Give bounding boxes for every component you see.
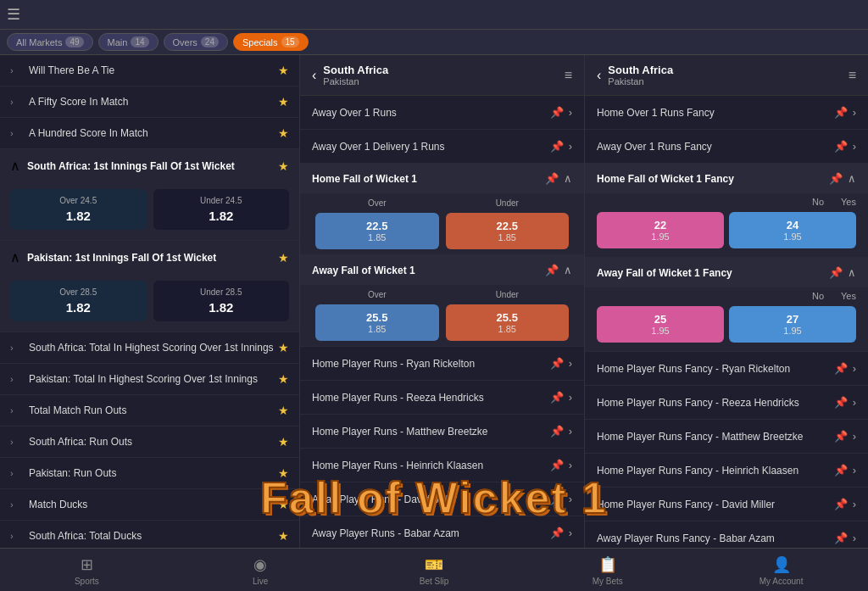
pin-icon[interactable]: 📌	[545, 264, 559, 276]
star-icon[interactable]: ★	[278, 126, 289, 140]
over-btn[interactable]: 25.5 1.85	[315, 304, 439, 341]
pin-icon[interactable]: 📌	[834, 430, 848, 443]
market-item-6[interactable]: › Pakistan: Total In Highest Scoring Ove…	[0, 364, 299, 395]
odds-over[interactable]: Over 28.5 1.82	[10, 281, 147, 321]
expand-icon[interactable]: ›	[853, 362, 856, 375]
expand-icon[interactable]: ›	[569, 357, 572, 370]
expand-icon[interactable]: ›	[569, 459, 572, 471]
filter-chip-all-markets[interactable]: All Markets49	[7, 33, 93, 51]
back-icon[interactable]: ‹	[312, 68, 316, 83]
right-fancy-item-7[interactable]: Home Player Runs Fancy - Heinrich Klaase…	[585, 454, 868, 488]
expand-icon[interactable]: ›	[569, 493, 572, 505]
bottom-nav-item-sports[interactable]: ⊞ Sports	[0, 549, 174, 591]
odds-under[interactable]: Under 24.5 1.82	[153, 189, 290, 230]
right-fancy-item-4[interactable]: Home Player Runs Fancy - Ryan Rickelton …	[585, 352, 868, 386]
market-expanded-header-3[interactable]: ∧ South Africa: 1st Innings Fall Of 1st …	[0, 149, 299, 182]
pin-icon[interactable]: 📌	[550, 357, 564, 370]
right-expanded-header-3[interactable]: Away Fall of Wicket 1 Fancy 📌 ∧	[585, 258, 868, 287]
expand-icon[interactable]: ›	[569, 106, 572, 119]
expand-icon[interactable]: ›	[569, 140, 572, 153]
right-fancy-item-5[interactable]: Home Player Runs Fancy - Reeza Hendricks…	[585, 386, 868, 420]
pin-icon[interactable]: 📌	[834, 362, 848, 375]
market-item-2[interactable]: › A Hundred Score In Match ★	[0, 118, 299, 149]
pin-icon[interactable]: 📌	[550, 391, 564, 404]
market-item-5[interactable]: › South Africa: Total In Highest Scoring…	[0, 332, 299, 364]
filter-chip-overs[interactable]: Overs24	[164, 33, 228, 51]
market-item-0[interactable]: › Will There Be A Tie ★	[0, 55, 299, 86]
fancy-item-6[interactable]: Home Player Runs - Matthew Breetzke 📌 ›	[300, 415, 584, 449]
expand-icon[interactable]: ›	[853, 140, 856, 153]
yes-btn[interactable]: 24 1.95	[729, 212, 856, 248]
no-btn[interactable]: 25 1.95	[597, 306, 724, 343]
fancy-expanded-header-3[interactable]: Away Fall of Wicket 1 📌 ∧	[300, 255, 584, 285]
market-item-9[interactable]: › Pakistan: Run Outs ★	[0, 458, 299, 489]
over-btn[interactable]: 22.5 1.85	[315, 213, 439, 249]
pin-icon[interactable]: 📌	[550, 527, 564, 539]
under-btn[interactable]: 22.5 1.85	[446, 213, 570, 249]
market-item-11[interactable]: › South Africa: Total Ducks ★	[0, 521, 299, 548]
star-icon[interactable]: ★	[278, 466, 289, 480]
pin-icon[interactable]: 📌	[545, 172, 559, 185]
market-item-10[interactable]: › Match Ducks ★	[0, 489, 299, 521]
pin-icon[interactable]: 📌	[834, 140, 848, 153]
right-fancy-item-9[interactable]: Away Player Runs Fancy - Babar Azam 📌 ›	[585, 521, 868, 548]
pin-icon[interactable]: 📌	[834, 498, 848, 510]
expand-icon[interactable]: ∧	[564, 264, 572, 276]
fancy-item-5[interactable]: Home Player Runs - Reeza Hendricks 📌 ›	[300, 381, 584, 415]
pin-icon[interactable]: 📌	[550, 106, 564, 119]
star-icon[interactable]: ★	[278, 372, 289, 386]
right-fancy-item-1[interactable]: Away Over 1 Runs Fancy 📌 ›	[585, 130, 868, 164]
fancy-expanded-header-2[interactable]: Home Fall of Wicket 1 📌 ∧	[300, 164, 584, 193]
bottom-nav-item-bet-slip[interactable]: 🎫 Bet Slip	[348, 549, 521, 591]
pin-icon[interactable]: 📌	[550, 425, 564, 438]
pin-icon[interactable]: 📌	[834, 396, 848, 409]
market-item-1[interactable]: › A Fifty Score In Match ★	[0, 86, 299, 118]
expand-icon[interactable]: ∧	[848, 266, 856, 279]
star-icon[interactable]: ★	[278, 435, 289, 449]
expand-icon[interactable]: ›	[853, 464, 856, 477]
pin-icon[interactable]: 📌	[550, 459, 564, 471]
star-icon[interactable]: ★	[278, 529, 289, 543]
right-fancy-item-6[interactable]: Home Player Runs Fancy - Matthew Breetzk…	[585, 420, 868, 454]
fancy-item-1[interactable]: Away Over 1 Delivery 1 Runs 📌 ›	[300, 130, 584, 164]
pin-icon[interactable]: 📌	[834, 106, 848, 119]
yes-btn[interactable]: 27 1.95	[729, 306, 856, 343]
under-btn[interactable]: 25.5 1.85	[446, 304, 570, 341]
star-icon[interactable]: ★	[278, 64, 289, 77]
right-fancy-item-0[interactable]: Home Over 1 Runs Fancy 📌 ›	[585, 96, 868, 130]
bottom-nav-item-my-bets[interactable]: 📋 My Bets	[520, 549, 694, 591]
expand-icon[interactable]: ∧	[564, 172, 572, 185]
menu-icon[interactable]: ☰	[7, 5, 20, 24]
fancy-item-9[interactable]: Away Player Runs - Babar Azam 📌 ›	[300, 516, 584, 548]
bottom-nav-item-my-account[interactable]: 👤 My Account	[694, 549, 868, 591]
expand-icon[interactable]: ›	[853, 106, 856, 119]
expand-icon[interactable]: ›	[569, 391, 572, 404]
pin-icon[interactable]: 📌	[829, 172, 843, 185]
star-icon[interactable]: ★	[278, 159, 289, 173]
bottom-nav-item-live[interactable]: ◉ Live	[174, 549, 348, 591]
expand-icon[interactable]: ›	[569, 425, 572, 438]
fancy-item-4[interactable]: Home Player Runs - Ryan Rickelton 📌 ›	[300, 347, 584, 381]
odds-over[interactable]: Over 24.5 1.82	[10, 189, 147, 230]
expand-icon[interactable]: ›	[853, 430, 856, 443]
market-expanded-header-4[interactable]: ∧ Pakistan: 1st Innings Fall Of 1st Wick…	[0, 241, 299, 274]
right-back-icon[interactable]: ‹	[597, 68, 601, 83]
pin-icon[interactable]: 📌	[834, 532, 848, 544]
star-icon[interactable]: ★	[278, 251, 289, 265]
odds-under[interactable]: Under 28.5 1.82	[153, 281, 290, 321]
star-icon[interactable]: ★	[278, 404, 289, 417]
expand-icon[interactable]: ›	[569, 527, 572, 539]
pin-icon[interactable]: 📌	[834, 464, 848, 477]
expand-icon[interactable]: ›	[853, 396, 856, 409]
fancy-item-8[interactable]: Away Player Runs - David Miller 📌 ›	[300, 482, 584, 516]
filter-chip-main[interactable]: Main14	[98, 33, 159, 51]
right-menu-icon[interactable]: ≡	[849, 68, 856, 83]
market-item-7[interactable]: › Total Match Run Outs ★	[0, 395, 299, 427]
fancy-item-0[interactable]: Away Over 1 Runs 📌 ›	[300, 96, 584, 130]
expand-icon[interactable]: ›	[853, 532, 856, 544]
filter-chip-specials[interactable]: Specials15	[233, 33, 309, 51]
right-fancy-item-8[interactable]: Home Player Runs Fancy - David Miller 📌 …	[585, 488, 868, 521]
pin-icon[interactable]: 📌	[829, 266, 843, 279]
star-icon[interactable]: ★	[278, 95, 289, 109]
fancy-item-7[interactable]: Home Player Runs - Heinrich Klaasen 📌 ›	[300, 449, 584, 482]
